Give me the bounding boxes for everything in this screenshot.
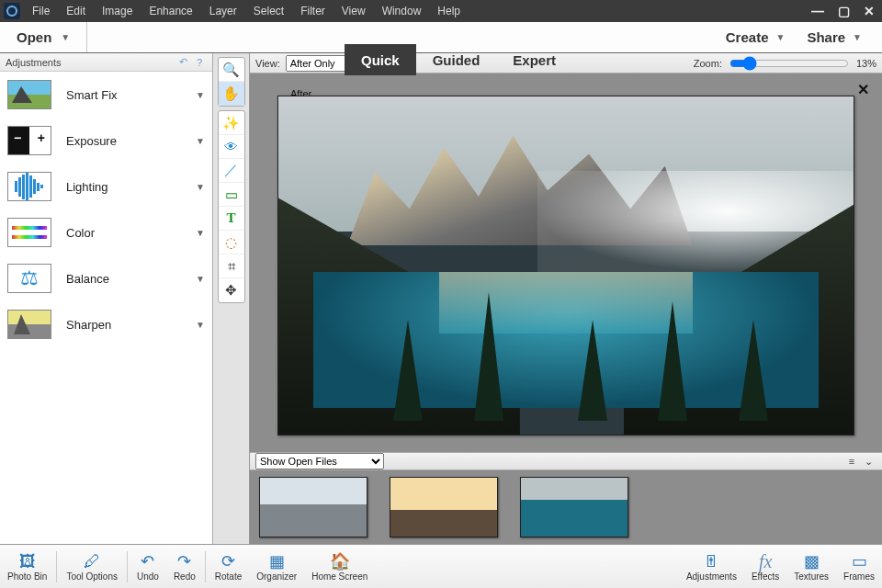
photobin-icon: 🖼 — [19, 551, 36, 571]
tab-expert[interactable]: Expert — [496, 44, 572, 75]
adj-label: Smart Fix — [66, 88, 118, 102]
text-tool[interactable]: T — [219, 207, 244, 231]
adjustments-icon: 🎚 — [703, 551, 719, 571]
menu-filter[interactable]: Filter — [292, 0, 334, 22]
menu-view[interactable]: View — [334, 0, 374, 22]
bin-menu-icon[interactable]: ≡ — [843, 456, 860, 467]
tab-guided[interactable]: Guided — [416, 44, 497, 75]
zoom-slider[interactable] — [729, 56, 849, 71]
btn-label: Frames — [843, 571, 875, 582]
adj-label: Exposure — [66, 134, 117, 148]
btn-label: Effects — [752, 571, 779, 582]
canvas-close-button[interactable]: ✕ — [857, 81, 869, 98]
btn-label: Textures — [794, 571, 829, 582]
undo-button[interactable]: ↶Undo — [130, 545, 166, 589]
photobin-button[interactable]: 🖼Photo Bin — [0, 545, 54, 589]
share-button[interactable]: Share ▼ — [796, 29, 873, 45]
bin-thumb-2[interactable] — [390, 477, 498, 537]
exposure-icon — [7, 126, 51, 155]
adj-exposure[interactable]: Exposure ▼ — [0, 118, 212, 164]
organizer-icon: ▦ — [269, 551, 285, 571]
textures-icon: ▩ — [804, 551, 820, 571]
crop-tool[interactable]: ⌗ — [219, 254, 244, 278]
bin-collapse-icon[interactable]: ⌄ — [860, 456, 876, 468]
open-label: Open — [17, 29, 51, 45]
btn-label: Rotate — [215, 571, 242, 582]
window-maximize-button[interactable]: ▢ — [831, 0, 856, 22]
redeye-tool[interactable]: 👁 — [219, 135, 244, 159]
effects-button[interactable]: fxEffects — [744, 545, 786, 589]
photobin — [250, 470, 882, 544]
redo-button[interactable]: ↷Redo — [166, 545, 203, 589]
caret-down-icon: ▼ — [853, 32, 862, 42]
menu-help[interactable]: Help — [429, 0, 469, 22]
window-minimize-button[interactable]: ― — [805, 0, 831, 22]
zoom-tool[interactable]: 🔍 — [219, 58, 244, 82]
bottombar: 🖼Photo Bin 🖊Tool Options ↶Undo ↷Redo ⟳Ro… — [0, 544, 882, 588]
zoom-value: 13% — [856, 58, 876, 69]
menubar: File Edit Image Enhance Layer Select Fil… — [0, 0, 882, 22]
photobin-bar: Show Open Files ≡ ⌄ — [250, 452, 882, 470]
caret-down-icon: ▼ — [196, 136, 205, 146]
menu-image[interactable]: Image — [94, 0, 141, 22]
adj-lighting[interactable]: Lighting ▼ — [0, 164, 212, 209]
menu-select[interactable]: Select — [245, 0, 292, 22]
quick-select-tool[interactable]: ✨ — [219, 111, 244, 135]
view-label: View: — [255, 58, 280, 69]
adj-color[interactable]: Color ▼ — [0, 209, 212, 255]
home-button[interactable]: 🏠Home Screen — [304, 545, 375, 589]
caret-down-icon: ▼ — [196, 182, 205, 192]
rotate-icon: ⟳ — [221, 551, 235, 571]
caret-down-icon: ▼ — [196, 228, 205, 238]
adj-label: Lighting — [66, 180, 108, 194]
smart-fix-icon — [7, 80, 51, 109]
sharpen-icon — [7, 310, 51, 339]
whiten-tool[interactable]: ／ — [219, 159, 244, 183]
caret-down-icon: ▼ — [775, 32, 785, 42]
modebar: Open ▼ Quick Guided Expert Create ▼ Shar… — [0, 22, 882, 53]
mode-tabs: Quick Guided Expert — [345, 44, 572, 75]
adjustments-panel: Adjustments ↶ ? Smart Fix ▼ Exposure ▼ L… — [0, 53, 213, 544]
btn-label: Organizer — [256, 571, 297, 582]
help-icon[interactable]: ? — [192, 55, 207, 70]
spot-heal-tool[interactable]: ◌ — [219, 231, 244, 254]
menu-enhance[interactable]: Enhance — [141, 0, 200, 22]
frames-button[interactable]: ▭Frames — [836, 545, 882, 589]
adj-sharpen[interactable]: Sharpen ▼ — [0, 301, 212, 347]
canvas-image[interactable] — [277, 96, 854, 435]
frames-icon: ▭ — [852, 551, 867, 571]
lighting-icon — [7, 172, 51, 201]
create-button[interactable]: Create ▼ — [715, 29, 797, 45]
tool-options-button[interactable]: 🖊Tool Options — [59, 545, 125, 589]
menu-file[interactable]: File — [24, 0, 58, 22]
tab-quick[interactable]: Quick — [345, 44, 416, 75]
canvas-area: View: After Only Zoom: 13% ✕ After — [250, 53, 882, 544]
btn-label: Redo — [174, 571, 196, 582]
caret-down-icon: ▼ — [196, 90, 205, 100]
btn-label: Tool Options — [66, 571, 118, 582]
home-icon: 🏠 — [330, 551, 350, 571]
effects-icon: fx — [759, 551, 772, 571]
menu-edit[interactable]: Edit — [58, 0, 94, 22]
adj-balance[interactable]: ⚖ Balance ▼ — [0, 255, 212, 301]
menu-layer[interactable]: Layer — [201, 0, 245, 22]
textures-button[interactable]: ▩Textures — [786, 545, 836, 589]
photobin-dropdown[interactable]: Show Open Files — [255, 453, 384, 469]
organizer-button[interactable]: ▦Organizer — [249, 545, 304, 589]
move-tool[interactable]: ✥ — [219, 278, 244, 302]
window-close-button[interactable]: ✕ — [856, 0, 882, 22]
hand-tool[interactable]: ✋ — [219, 82, 244, 106]
menu-window[interactable]: Window — [374, 0, 430, 22]
adj-smart-fix[interactable]: Smart Fix ▼ — [0, 72, 212, 118]
adj-label: Balance — [66, 272, 109, 286]
bin-thumb-1[interactable] — [259, 477, 368, 537]
btn-label: Home Screen — [311, 571, 368, 582]
straighten-tool[interactable]: ▭ — [219, 183, 244, 207]
caret-down-icon: ▼ — [196, 320, 205, 330]
adjustments-header: Adjustments ↶ ? — [0, 53, 212, 72]
rotate-button[interactable]: ⟳Rotate — [208, 545, 249, 589]
reset-icon[interactable]: ↶ — [175, 55, 190, 70]
open-button[interactable]: Open ▼ — [0, 22, 87, 52]
adjustments-button[interactable]: 🎚Adjustments — [679, 545, 744, 589]
bin-thumb-3[interactable] — [520, 477, 628, 537]
